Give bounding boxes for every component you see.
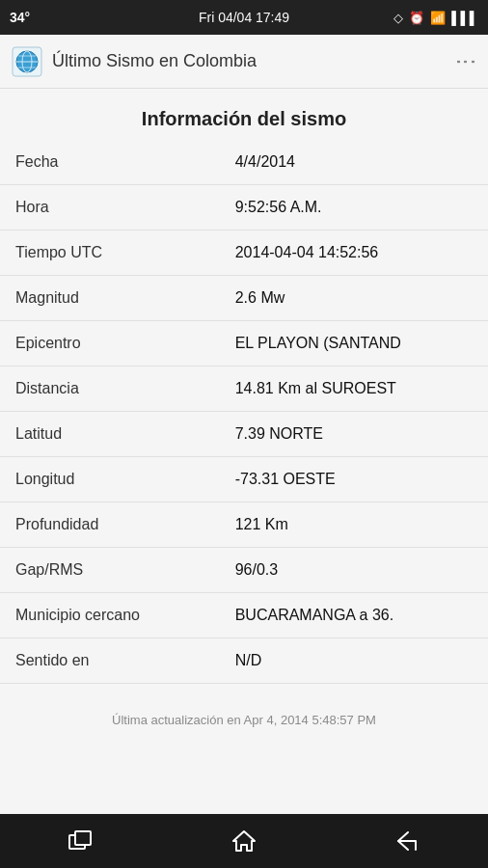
app-bar: Último Sismo en Colombia ⋮ bbox=[0, 35, 488, 89]
alarm-icon: ⏰ bbox=[409, 11, 424, 25]
field-label: Sentido en bbox=[0, 638, 220, 684]
field-value: 96/0.3 bbox=[220, 548, 488, 593]
field-value: -73.31 OESTE bbox=[220, 457, 488, 502]
table-row: Hora9:52:56 A.M. bbox=[0, 185, 488, 231]
field-value: 2.6 Mw bbox=[220, 276, 488, 321]
table-row: Gap/RMS96/0.3 bbox=[0, 548, 488, 593]
app-bar-left: Último Sismo en Colombia bbox=[12, 46, 257, 77]
back-icon bbox=[394, 830, 420, 852]
field-label: Tiempo UTC bbox=[0, 231, 220, 276]
overflow-menu-button[interactable]: ⋮ bbox=[453, 50, 478, 72]
back-button[interactable] bbox=[378, 822, 436, 860]
section-title: Información del sismo bbox=[0, 89, 488, 140]
table-row: EpicentroEL PLAYON (SANTAND bbox=[0, 321, 488, 366]
signal-icon: ▌▌▌ bbox=[451, 11, 478, 25]
field-value: N/D bbox=[220, 638, 488, 684]
table-row: Distancia14.81 Km al SUROEST bbox=[0, 366, 488, 412]
field-label: Gap/RMS bbox=[0, 548, 220, 593]
svg-rect-7 bbox=[75, 831, 91, 845]
table-row: Longitud-73.31 OESTE bbox=[0, 457, 488, 502]
field-value: 4/4/2014 bbox=[220, 140, 488, 185]
field-value: 9:52:56 A.M. bbox=[220, 185, 488, 231]
last-update: Última actualización en Apr 4, 2014 5:48… bbox=[0, 684, 488, 737]
table-row: Magnitud2.6 Mw bbox=[0, 276, 488, 321]
svg-marker-8 bbox=[233, 831, 255, 851]
field-label: Fecha bbox=[0, 140, 220, 185]
field-value: EL PLAYON (SANTAND bbox=[220, 321, 488, 366]
table-row: Fecha4/4/2014 bbox=[0, 140, 488, 185]
table-row: Latitud7.39 NORTE bbox=[0, 412, 488, 457]
app-title: Último Sismo en Colombia bbox=[52, 51, 257, 71]
wifi-icon: 📶 bbox=[430, 11, 446, 25]
status-bar: 34° Fri 04/04 17:49 ◇ ⏰ 📶 ▌▌▌ bbox=[0, 0, 488, 35]
field-label: Magnitud bbox=[0, 276, 220, 321]
table-row: Municipio cercanoBUCARAMANGA a 36. bbox=[0, 593, 488, 638]
field-label: Distancia bbox=[0, 366, 220, 412]
table-row: Profundidad121 Km bbox=[0, 502, 488, 548]
recents-button[interactable] bbox=[52, 822, 110, 860]
field-label: Municipio cercano bbox=[0, 593, 220, 638]
home-icon bbox=[231, 828, 257, 854]
field-label: Epicentro bbox=[0, 321, 220, 366]
info-table: Fecha4/4/2014Hora9:52:56 A.M.Tiempo UTC2… bbox=[0, 140, 488, 684]
field-value: BUCARAMANGA a 36. bbox=[220, 593, 488, 638]
table-row: Sentido enN/D bbox=[0, 638, 488, 684]
globe-icon bbox=[12, 46, 42, 77]
status-icons: ◇ ⏰ 📶 ▌▌▌ bbox=[393, 11, 478, 25]
field-value: 121 Km bbox=[220, 502, 488, 548]
recents-icon bbox=[68, 830, 94, 852]
field-value: 2014-04-04 14:52:56 bbox=[220, 231, 488, 276]
field-value: 14.81 Km al SUROEST bbox=[220, 366, 488, 412]
field-label: Longitud bbox=[0, 457, 220, 502]
field-label: Hora bbox=[0, 185, 220, 231]
bottom-nav-bar bbox=[0, 814, 488, 868]
field-label: Profundidad bbox=[0, 502, 220, 548]
temperature: 34° bbox=[10, 10, 30, 25]
field-value: 7.39 NORTE bbox=[220, 412, 488, 457]
home-button[interactable] bbox=[215, 822, 273, 860]
field-label: Latitud bbox=[0, 412, 220, 457]
sim-icon: ◇ bbox=[393, 11, 403, 25]
datetime: Fri 04/04 17:49 bbox=[199, 10, 289, 25]
table-row: Tiempo UTC2014-04-04 14:52:56 bbox=[0, 231, 488, 276]
main-content: Información del sismo Fecha4/4/2014Hora9… bbox=[0, 89, 488, 814]
